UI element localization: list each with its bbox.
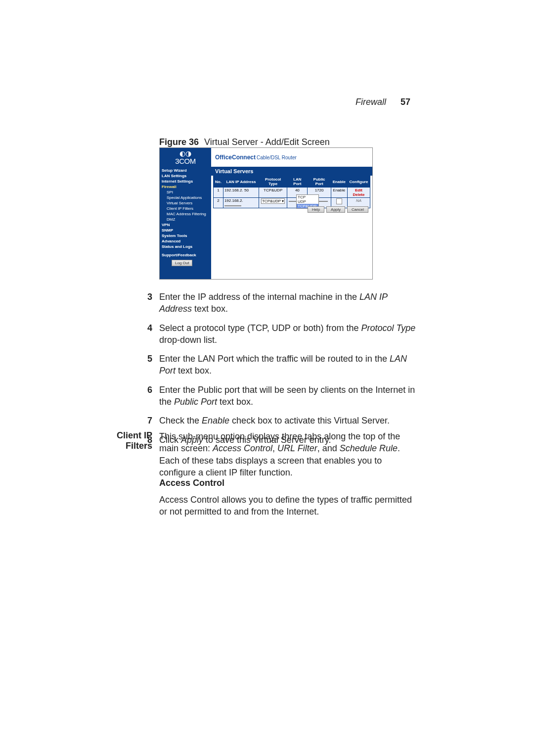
- cancel-button[interactable]: Cancel: [347, 206, 368, 213]
- th-configure: Configure: [347, 176, 370, 188]
- sidebar-nav: Setup Wizard LAN Settings Internet Setti…: [160, 167, 211, 267]
- step-6: 6 Enter the Public port that will be see…: [159, 384, 416, 415]
- figure-label: Figure 36: [159, 137, 199, 147]
- step-text: text box.: [192, 304, 228, 314]
- step-number: 3: [147, 291, 152, 303]
- app-title: OfficeConnect Cable/DSL Router: [211, 148, 372, 167]
- figure-caption: Figure 36 Virtual Server - Add/Edit Scre…: [159, 137, 330, 147]
- step-number: 7: [147, 415, 152, 426]
- nav-setup-wizard[interactable]: Setup Wizard: [162, 168, 209, 173]
- main-panel: OfficeConnect Cable/DSL Router Virtual S…: [211, 148, 372, 279]
- table-row: 1 192.168.2. 50 TCP&UDP 40 1720 Enable E…: [214, 188, 370, 198]
- nav-client-ip-filters[interactable]: Client IP Filters: [162, 206, 209, 211]
- step-text: Enter the IP address of the internal mac…: [159, 292, 359, 302]
- page: Firewall 57 Figure 36 Virtual Server - A…: [0, 0, 534, 756]
- screenshot: ◐◑ 3COM Setup Wizard LAN Settings Intern…: [159, 147, 373, 280]
- na-text: NA: [356, 198, 361, 203]
- th-pub-port: Public Port: [308, 176, 331, 188]
- th-lan-port: LAN Port: [287, 176, 308, 188]
- cell-configure: Edit Delete: [347, 188, 370, 198]
- nav-spi[interactable]: SPI: [162, 189, 209, 195]
- section-title: Virtual Servers: [211, 167, 372, 176]
- para-text: ,: [272, 443, 277, 453]
- th-proto: Protocol Type: [259, 176, 287, 188]
- step-number: 5: [147, 353, 152, 365]
- brand-text: OfficeConnect: [215, 154, 256, 161]
- step-text: Select a protocol type (TCP, UDP or both…: [159, 323, 361, 333]
- step-text: text box.: [176, 366, 212, 376]
- dropdown-option-udp[interactable]: UDP: [297, 199, 318, 204]
- section-name: Firewall: [356, 97, 386, 107]
- nav-firewall[interactable]: Firewall: [162, 184, 209, 189]
- step-em: Enable: [202, 416, 229, 425]
- side-heading: Client IP Filters: [93, 430, 152, 451]
- nav-system-tools[interactable]: System Tools: [162, 233, 209, 238]
- cell-ip: 192.168.2.: [223, 198, 259, 208]
- step-text: drop-down list.: [159, 335, 217, 345]
- para-em: Schedule Rule: [340, 443, 398, 453]
- cell-proto: TCP&UDP ▾: [259, 198, 287, 208]
- cell-no: 2: [214, 198, 223, 208]
- step-4: 4 Select a protocol type (TCP, UDP or bo…: [159, 322, 416, 353]
- step-text: Check the: [159, 416, 202, 425]
- cell-proto: TCP&UDP: [259, 188, 287, 198]
- help-button[interactable]: Help: [308, 206, 324, 213]
- th-no: No.: [214, 176, 223, 188]
- paragraph-client-ip: This sub-menu option displays three tabs…: [159, 430, 416, 478]
- figure-title: Virtual Server - Add/Edit Screen: [204, 137, 330, 147]
- nav-snmp[interactable]: SNMP: [162, 228, 209, 233]
- apply-button[interactable]: Apply: [326, 206, 345, 213]
- cell-enable: Enable: [331, 188, 347, 198]
- step-text: text box.: [217, 397, 253, 407]
- para-em: Access Control: [213, 443, 272, 453]
- nav-vpn[interactable]: VPN: [162, 222, 209, 228]
- nav-special-apps[interactable]: Special Applications: [162, 195, 209, 200]
- steps-list: 3 Enter the IP address of the internal m…: [159, 291, 416, 453]
- step-number: 6: [147, 384, 152, 396]
- dropdown-option-tcp[interactable]: TCP: [297, 195, 318, 199]
- step-3: 3 Enter the IP address of the internal m…: [159, 291, 416, 322]
- step-em: Protocol Type: [361, 323, 416, 333]
- nav-status-logs[interactable]: Status and Logs: [162, 244, 209, 249]
- th-enable: Enable: [331, 176, 347, 188]
- nav-mac-filtering[interactable]: MAC Address Filtering: [162, 211, 209, 217]
- nav-support[interactable]: Support/Feedback: [162, 252, 209, 258]
- ip-prefix: 192.168.2.: [224, 198, 243, 203]
- logout-button[interactable]: Log Out: [172, 260, 192, 266]
- step-em: Public Port: [174, 397, 217, 407]
- protocol-select[interactable]: TCP&UDP ▾: [261, 198, 285, 204]
- brand-logo: 3COM: [175, 157, 195, 165]
- delete-link[interactable]: Delete: [353, 192, 364, 197]
- cell-ip: 192.168.2. 50: [223, 188, 259, 198]
- para-text: , and: [317, 443, 340, 453]
- step-text: check box to activate this Virtual Serve…: [229, 416, 390, 425]
- edit-link[interactable]: Edit: [355, 188, 362, 192]
- nav-lan-settings[interactable]: LAN Settings: [162, 173, 209, 179]
- running-header: Firewall 57: [356, 97, 410, 107]
- virtual-servers-table: No. LAN IP Address Protocol Type LAN Por…: [213, 176, 370, 208]
- cell-no: 1: [214, 188, 223, 198]
- enable-checkbox[interactable]: [336, 198, 342, 204]
- ip-suffix-input[interactable]: [224, 205, 241, 206]
- para-em: URL Filter: [277, 443, 317, 453]
- brand-sub: Cable/DSL Router: [257, 155, 297, 160]
- instruction-block: 3 Enter the IP address of the internal m…: [159, 291, 416, 453]
- sub-heading: Access Control: [159, 478, 224, 488]
- nav-advanced[interactable]: Advanced: [162, 238, 209, 244]
- nav-internet-settings[interactable]: Internet Settings: [162, 179, 209, 184]
- logo-area: ◐◑ 3COM: [160, 148, 211, 167]
- sidebar: ◐◑ 3COM Setup Wizard LAN Settings Intern…: [160, 148, 211, 279]
- nav-dmz[interactable]: DMZ: [162, 217, 209, 222]
- step-5: 5 Enter the LAN Port which the traffic w…: [159, 353, 416, 384]
- step-text: Enter the LAN Port which the traffic wil…: [159, 354, 390, 364]
- th-ip: LAN IP Address: [223, 176, 259, 188]
- globe-icon: ◐◑: [179, 150, 191, 157]
- step-number: 4: [147, 322, 152, 334]
- page-number: 57: [400, 97, 410, 107]
- button-row: Help Apply Cancel: [308, 206, 368, 213]
- paragraph-access-control: Access Control allows you to define the …: [159, 494, 416, 518]
- nav-virtual-servers[interactable]: Virtual Servers: [162, 200, 209, 206]
